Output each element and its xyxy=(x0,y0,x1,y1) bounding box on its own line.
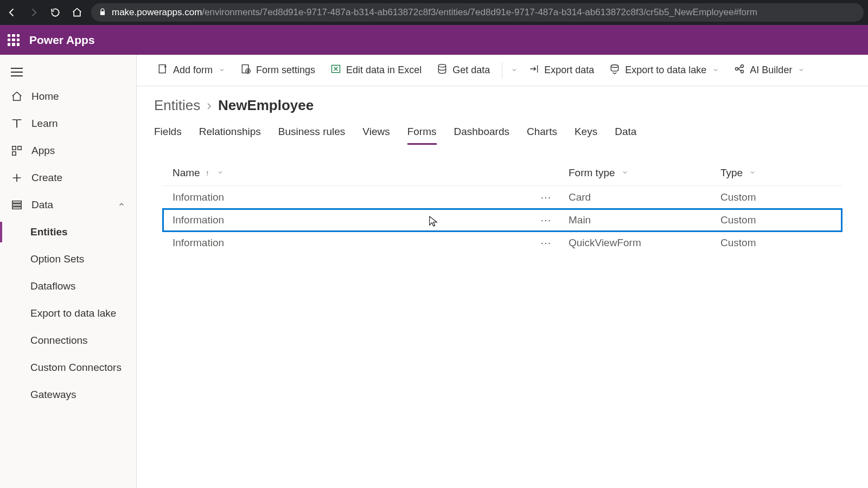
cmd-ai-builder[interactable]: AI Builder xyxy=(727,59,811,81)
tab-charts[interactable]: Charts xyxy=(527,126,557,145)
nav-entities[interactable]: Entities xyxy=(0,219,136,246)
cell-formtype: QuickViewForm xyxy=(569,237,641,249)
ai-icon xyxy=(734,63,745,77)
chevron-down-icon xyxy=(217,169,224,177)
collapse-nav-button[interactable] xyxy=(0,61,136,83)
chevron-down-icon xyxy=(219,65,225,76)
home-button[interactable] xyxy=(69,5,85,20)
nav-export-lake[interactable]: Export to data lake xyxy=(0,300,136,327)
sidebar: Home Learn Apps Create Data xyxy=(0,55,137,488)
app-title: Power Apps xyxy=(29,34,95,47)
nav-connections[interactable]: Connections xyxy=(0,327,136,354)
cmd-label: Form settings xyxy=(256,65,315,76)
chevron-down-icon xyxy=(749,169,756,177)
tab-business-rules[interactable]: Business rules xyxy=(278,126,346,145)
cell-name: Information xyxy=(173,214,224,226)
tab-forms[interactable]: Forms xyxy=(407,126,437,145)
cmd-label: Add form xyxy=(173,65,213,76)
nav-label: Apps xyxy=(31,145,55,157)
breadcrumb-current: NewEmployee xyxy=(218,97,314,114)
plus-icon xyxy=(11,172,23,184)
export-icon xyxy=(528,63,539,77)
nav-data[interactable]: Data xyxy=(0,191,136,219)
nav-label: Data xyxy=(31,199,53,211)
apps-icon xyxy=(11,145,23,157)
cell-type: Custom xyxy=(720,191,756,203)
page-head: Entities › NewEmployee Fields Relationsh… xyxy=(137,86,868,254)
svg-point-11 xyxy=(611,65,618,68)
cmd-get-data[interactable]: Get data xyxy=(430,59,496,81)
cell-type: Custom xyxy=(720,214,756,226)
svg-rect-4 xyxy=(12,204,22,206)
nav-learn[interactable]: Learn xyxy=(0,110,136,137)
chevron-down-icon xyxy=(712,65,719,76)
tab-keys[interactable]: Keys xyxy=(575,126,597,145)
content: Add form Form settings Edit data in Exce… xyxy=(137,55,868,488)
cell-type: Custom xyxy=(720,237,756,249)
svg-rect-2 xyxy=(12,152,16,155)
excel-icon xyxy=(330,63,341,77)
grid: Name ↑ Form type Type xyxy=(154,160,851,254)
table-row[interactable]: Information ⋯ Card Custom xyxy=(163,186,842,209)
tab-fields[interactable]: Fields xyxy=(154,126,182,145)
table-row[interactable]: Information ⋯ Main Custom xyxy=(163,209,842,232)
tabs: Fields Relationships Business rules View… xyxy=(154,126,851,145)
col-header-type[interactable]: Type xyxy=(720,167,832,179)
cmd-label: Get data xyxy=(452,65,490,76)
forward-button[interactable] xyxy=(26,5,41,20)
tab-views[interactable]: Views xyxy=(362,126,390,145)
col-label: Name xyxy=(173,167,200,179)
nav-label: Create xyxy=(31,172,62,184)
cmd-export-data[interactable]: Export data xyxy=(522,59,601,81)
nav-label: Connections xyxy=(30,335,88,346)
cmd-get-data-dropdown[interactable] xyxy=(508,60,520,80)
grid-header: Name ↑ Form type Type xyxy=(163,160,842,186)
nav-label: Gateways xyxy=(30,389,76,401)
svg-point-12 xyxy=(736,68,738,70)
chevron-down-icon xyxy=(622,169,628,177)
tab-dashboards[interactable]: Dashboards xyxy=(454,126,509,145)
cmd-edit-excel[interactable]: Edit data in Excel xyxy=(324,59,428,81)
tab-relationships[interactable]: Relationships xyxy=(199,126,261,145)
row-more-button[interactable]: ⋯ xyxy=(540,191,552,204)
reload-button[interactable] xyxy=(48,5,63,20)
back-button[interactable] xyxy=(4,5,20,20)
cmd-add-form[interactable]: Add form xyxy=(151,59,232,81)
nav-label: Export to data lake xyxy=(30,307,116,319)
command-bar: Add form Form settings Edit data in Exce… xyxy=(137,55,868,86)
app-launcher-icon[interactable] xyxy=(8,34,20,46)
nav-option-sets[interactable]: Option Sets xyxy=(0,246,136,273)
nav-gateways[interactable]: Gateways xyxy=(0,381,136,408)
database-icon xyxy=(437,63,448,77)
home-icon xyxy=(11,91,23,102)
tab-data[interactable]: Data xyxy=(615,126,636,145)
chevron-down-icon xyxy=(798,65,805,76)
row-more-button[interactable]: ⋯ xyxy=(540,214,552,227)
book-icon xyxy=(11,118,23,130)
chevron-down-icon xyxy=(511,65,518,76)
sort-asc-icon: ↑ xyxy=(206,169,209,177)
breadcrumb-root[interactable]: Entities xyxy=(154,97,200,114)
add-form-icon xyxy=(157,63,168,77)
cmd-label: Export data xyxy=(544,65,594,76)
url-bar[interactable]: make.powerapps.com/environments/7ed8d91e… xyxy=(91,3,864,22)
table-row[interactable]: Information ⋯ QuickViewForm Custom xyxy=(163,232,842,254)
nav-home[interactable]: Home xyxy=(0,83,136,110)
nav-apps[interactable]: Apps xyxy=(0,137,136,164)
nav-custom-connectors[interactable]: Custom Connectors xyxy=(0,354,136,381)
cell-formtype: Main xyxy=(569,214,591,226)
cmd-label: Export to data lake xyxy=(625,65,706,76)
chevron-right-icon: › xyxy=(207,97,212,114)
cmd-form-settings[interactable]: Form settings xyxy=(234,59,322,81)
row-more-button[interactable]: ⋯ xyxy=(540,236,552,249)
cmd-label: Edit data in Excel xyxy=(346,65,422,76)
col-header-name[interactable]: Name ↑ xyxy=(173,167,569,179)
col-header-formtype[interactable]: Form type xyxy=(569,167,720,179)
svg-rect-0 xyxy=(12,146,16,150)
nav-create[interactable]: Create xyxy=(0,164,136,191)
nav-dataflows[interactable]: Dataflows xyxy=(0,273,136,300)
cell-name: Information xyxy=(173,237,224,249)
svg-rect-6 xyxy=(159,65,165,73)
form-settings-icon xyxy=(240,63,251,77)
cmd-export-lake[interactable]: Export to data lake xyxy=(603,59,725,81)
